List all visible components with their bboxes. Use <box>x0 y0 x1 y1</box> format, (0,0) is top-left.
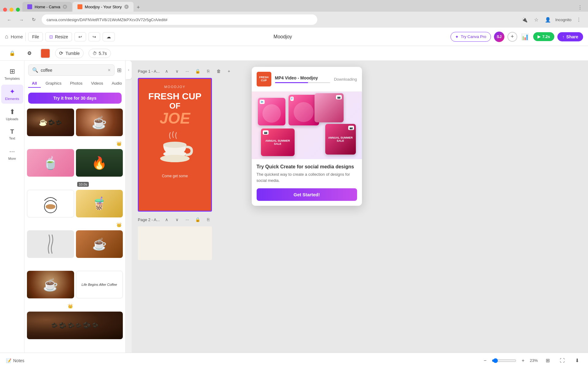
extensions-btn[interactable]: 🔌 <box>520 15 529 24</box>
canvas-inner: MOODJOY FRESH CUP OF JOE <box>139 79 211 211</box>
filter-tab-audio[interactable]: Audio <box>108 79 125 88</box>
canvas-brand: MOODJOY <box>144 85 206 89</box>
more-btn[interactable]: ⋮ <box>575 15 583 24</box>
latte-thumb: ☕ <box>76 109 123 136</box>
add-collaborator-btn[interactable]: + <box>507 32 517 42</box>
asset-item[interactable]: 🫘 🫘 🫘 🫘 🫘 🫘 <box>27 312 123 350</box>
sidebar-item-templates[interactable]: ⊞ Templates <box>1 64 23 83</box>
doc-title[interactable]: Moodjoy <box>273 34 292 40</box>
page-copy-btn[interactable]: ⎘ <box>204 67 213 75</box>
quick-create-desc: The quickest way to create a collection … <box>257 171 357 183</box>
moodjoy-tab-close[interactable]: × <box>124 5 129 9</box>
color-swatch[interactable] <box>40 48 50 58</box>
get-started-btn[interactable]: Get Started! <box>257 188 357 201</box>
asset-item[interactable] <box>27 230 74 269</box>
address-bar[interactable]: canva.com/design/DAFNVetRTV8/J1WoMZtkPXc… <box>42 14 317 25</box>
analytics-btn[interactable]: 📊 <box>520 32 530 42</box>
filter-tab-all[interactable]: All <box>28 79 41 88</box>
canvas-title: FRESH CUP OF JOE <box>144 91 206 126</box>
asset-item[interactable]: ☕ <box>76 230 123 269</box>
zoom-out-btn[interactable]: − <box>481 356 489 365</box>
asset-item[interactable]: Life Begins After Coffee <box>76 271 123 309</box>
page2-lock-btn[interactable]: 🔒 <box>194 215 202 224</box>
asset-item[interactable]: 🔥 10.0s <box>76 149 123 188</box>
asset-item[interactable] <box>27 190 74 228</box>
filter-tab-graphics[interactable]: Graphics <box>42 79 65 88</box>
close-window-btn[interactable] <box>3 8 7 12</box>
steam-thumb <box>27 230 74 258</box>
redo-btn[interactable]: ↪ <box>89 32 100 41</box>
asset-item[interactable]: ☕ 👑 <box>27 271 74 309</box>
assets-grid: ☕ 🫘 🫘 ☕ 👑 🍵 🔥 10.0s <box>24 106 125 353</box>
panel-collapse-btn[interactable]: ‹ <box>126 61 132 79</box>
duration-btn[interactable]: ⏱ 5.7s <box>89 49 111 58</box>
pro-banner-btn[interactable]: Try it free for 30 days <box>28 93 122 104</box>
undo-btn[interactable]: ↩ <box>74 32 86 41</box>
share-btn[interactable]: ↑ Share <box>557 32 583 41</box>
canva-tab-close[interactable]: × <box>63 5 67 9</box>
fullscreen-btn[interactable]: ⛶ <box>557 356 567 366</box>
page2-more-btn[interactable]: ··· <box>183 215 192 224</box>
back-btn[interactable]: ← <box>5 15 13 24</box>
profile-btn[interactable]: 👤 <box>544 15 552 24</box>
maximize-window-btn[interactable] <box>16 8 20 12</box>
page-chevron-down-btn[interactable]: ∨ <box>173 67 181 75</box>
lock-toggle-btn[interactable]: 🔒 <box>6 47 18 59</box>
page-add-btn[interactable]: + <box>225 67 233 75</box>
search-input-wrap[interactable]: 🔍 × <box>28 64 115 76</box>
page2-copy-btn[interactable]: ⎘ <box>204 215 213 224</box>
canvas-title-line1: FRESH CUP <box>144 91 206 101</box>
latte-art-thumb: ☕ <box>27 271 74 298</box>
filter-tab-videos[interactable]: Videos <box>87 79 107 88</box>
page1-actions: ∧ ∨ ··· 🔒 ⎘ 🗑 + <box>162 67 233 75</box>
page2-chevron-down-btn[interactable]: ∨ <box>173 215 181 224</box>
file-btn[interactable]: File <box>28 32 43 41</box>
search-input[interactable] <box>41 68 105 73</box>
minimize-window-btn[interactable] <box>9 8 13 12</box>
canvas-title-line2: OF <box>144 101 206 111</box>
animation-btn[interactable]: ⟳ Tumble <box>55 48 84 58</box>
sidebar-item-text[interactable]: T Text <box>1 125 23 143</box>
page-delete-btn[interactable]: 🗑 <box>214 67 223 75</box>
asset-item[interactable]: ☕ 🫘 🫘 <box>27 109 74 147</box>
asset-item[interactable]: ☕ 👑 <box>76 109 123 147</box>
search-clear-btn[interactable]: × <box>108 67 111 73</box>
canvas-frame-page1[interactable]: MOODJOY FRESH CUP OF JOE <box>138 78 212 212</box>
filter-tab-photos[interactable]: Photos <box>66 79 86 88</box>
browser-tab-moodjoy[interactable]: Moodjoy - Your Story × <box>73 2 134 12</box>
grid-view-btn[interactable]: ⊞ <box>543 356 552 366</box>
browser-menu-btn[interactable]: ⋮ <box>575 3 585 12</box>
settings-btn[interactable]: ⚙ <box>23 47 36 59</box>
notes-btn[interactable]: 📝 Notes <box>6 358 24 363</box>
download-btn[interactable]: ⬇ <box>572 356 582 366</box>
page-lock-btn[interactable]: 🔒 <box>194 67 202 75</box>
user-avatar[interactable]: SJ <box>494 32 504 42</box>
bottom-toolbar: 📝 Notes − + 23% ⊞ ⛶ ⬇ <box>0 353 588 368</box>
save-btn[interactable]: ☁ <box>103 32 115 41</box>
main-toolbar: ⌂ Home File ⊡ Resize ↩ ↪ ☁ Moodjoy ✦ Try… <box>0 28 588 46</box>
home-btn[interactable]: ⌂ Home <box>5 33 23 40</box>
zoom-slider[interactable] <box>492 358 516 363</box>
sidebar-item-uploads[interactable]: ⬆ Uploads <box>1 105 23 124</box>
page2-chevron-up-btn[interactable]: ∧ <box>162 215 171 224</box>
bookmark-btn[interactable]: ☆ <box>532 15 541 24</box>
reload-btn[interactable]: ↻ <box>29 15 38 24</box>
asset-item[interactable]: 🍵 <box>27 149 74 188</box>
crown-badge: 👑 <box>68 304 73 309</box>
page-more-btn[interactable]: ··· <box>183 67 192 75</box>
zoom-in-btn[interactable]: + <box>519 356 527 365</box>
new-tab-btn[interactable]: + <box>134 3 143 12</box>
sidebar-item-elements[interactable]: ✦ Elements <box>1 85 23 104</box>
play-btn[interactable]: ▶ 7.2s <box>533 32 554 41</box>
resize-btn[interactable]: ⊡ Resize <box>45 32 72 41</box>
crown-badge: 👑 <box>116 222 122 227</box>
asset-item[interactable]: 🧋 👑 <box>76 190 123 228</box>
download-info: MP4 Video - Moodjoy <box>275 75 330 83</box>
sidebar-item-more[interactable]: ··· More <box>1 144 23 163</box>
browser-tab-canva[interactable]: Home - Canva × <box>22 2 72 12</box>
canva-pro-btn[interactable]: ✦ Try Canva Pro <box>450 32 491 42</box>
canvas-frame-page2[interactable] <box>138 226 212 260</box>
forward-btn[interactable]: → <box>17 15 26 24</box>
search-filter-btn[interactable]: ⊞ <box>117 67 122 74</box>
page-chevron-up-btn[interactable]: ∧ <box>162 67 171 75</box>
